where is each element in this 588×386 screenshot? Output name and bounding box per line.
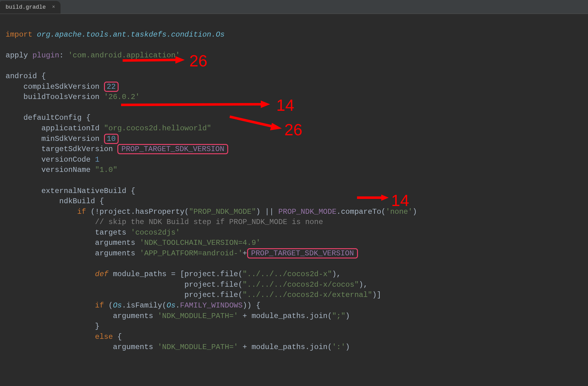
arguments-label-2: arguments: [95, 249, 140, 258]
arrow-icon: [123, 54, 188, 67]
targets-label: targets: [95, 228, 131, 237]
arguments-label-1: arguments: [95, 239, 140, 247]
arrow-icon: [230, 115, 286, 133]
arguments-label-4: arguments: [113, 343, 158, 351]
default-config-open: defaultConfig {: [24, 114, 91, 122]
target-sdk-value: PROP_TARGET_SDK_VERSION: [117, 144, 228, 154]
arguments-label-3: arguments: [113, 312, 158, 320]
android-block-open: android {: [6, 72, 46, 80]
comment-skip-ndk: // skip the NDK Build step if PROP_NDK_M…: [95, 218, 323, 226]
keyword-def: def: [95, 270, 108, 278]
svg-marker-0: [175, 56, 185, 64]
compile-sdk-label: compileSdkVersion: [24, 83, 104, 91]
svg-marker-2: [270, 123, 282, 130]
tab-label: build.gradle: [6, 3, 46, 11]
ndk-toolchain-arg: 'NDK_TOOLCHAIN_VERSION=4.9': [140, 239, 260, 247]
external-native-build-open: externalNativeBuild {: [41, 187, 135, 195]
version-code-value: 1: [95, 155, 99, 164]
targets-value: 'cocos2djs': [131, 228, 180, 237]
annotation-14-bottom: 14: [391, 189, 409, 212]
compile-sdk-value: 22: [104, 82, 119, 92]
keyword-apply: apply: [6, 51, 32, 60]
min-sdk-value: 10: [104, 134, 119, 144]
annotation-26-mid: 26: [284, 119, 302, 141]
keyword-import: import: [6, 30, 32, 39]
min-sdk-label: minSdkVersion: [41, 135, 104, 143]
arrow-icon: [357, 193, 391, 203]
keyword-if: if: [77, 208, 86, 216]
version-name-value: "1.0": [95, 166, 117, 174]
app-platform-const: PROP_TARGET_SDK_VERSION: [247, 248, 358, 258]
keyword-else: else: [95, 333, 113, 341]
tab-bar: build.gradle ×: [0, 0, 588, 14]
package-path: org.apache.tools.ant.taskdefs.condition.…: [37, 30, 225, 39]
version-code-label: versionCode: [41, 155, 95, 164]
target-sdk-label: targetSdkVersion: [41, 145, 117, 153]
annotation-14-mid: 14: [276, 94, 294, 117]
svg-marker-1: [261, 101, 270, 108]
code-editor[interactable]: import org.apache.tools.ant.taskdefs.con…: [0, 14, 588, 386]
app-platform-arg: 'APP_PLATFORM=android-': [140, 249, 242, 258]
arrow-icon: [121, 99, 273, 111]
keyword-if-2: if: [95, 301, 104, 310]
app-id-value: "org.cocos2d.helloworld": [104, 124, 211, 132]
tab-build-gradle[interactable]: build.gradle ×: [0, 1, 61, 14]
svg-marker-3: [381, 195, 389, 201]
ndk-build-open: ndkBuild {: [59, 197, 104, 205]
prop-plugin: plugin: [32, 51, 59, 60]
build-tools-label: buildToolsVersion: [24, 93, 104, 101]
annotation-26-top: 26: [189, 50, 207, 72]
close-icon[interactable]: ×: [52, 4, 55, 11]
version-name-label: versionName: [41, 166, 95, 174]
app-id-label: applicationId: [41, 124, 104, 132]
code-content: import org.apache.tools.ant.taskdefs.con…: [6, 29, 582, 352]
